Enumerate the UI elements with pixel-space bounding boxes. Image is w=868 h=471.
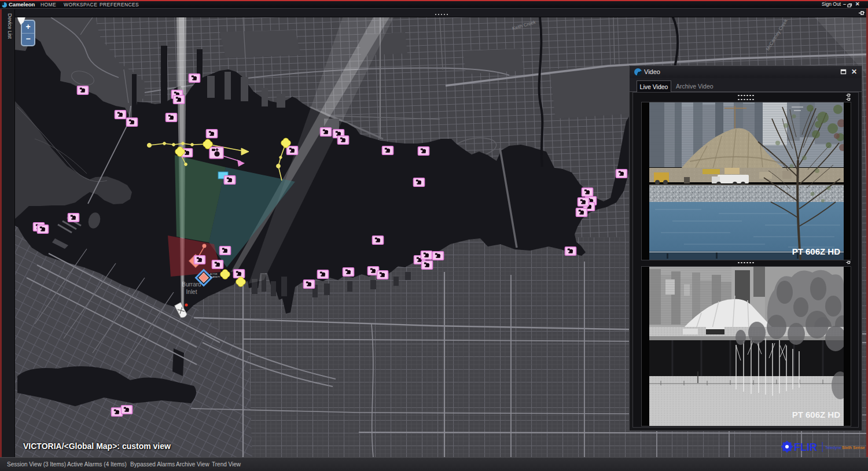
svg-text:ALARM PT: ALARM PT <box>210 276 220 278</box>
svg-text:ACTIVE: ACTIVE <box>210 273 218 275</box>
svg-text:PT 606Z HD: PT 606Z HD <box>792 410 841 420</box>
svg-text:Burrard: Burrard <box>182 281 201 288</box>
svg-text:Sixth Sense: Sixth Sense <box>842 446 865 450</box>
svg-text:PT 606Z HD: PT 606Z HD <box>792 246 841 256</box>
svg-text:Inlet: Inlet <box>186 289 197 295</box>
svg-text:FLIR: FLIR <box>794 441 817 453</box>
svg-text:Teledyne: Teledyne <box>825 446 841 450</box>
